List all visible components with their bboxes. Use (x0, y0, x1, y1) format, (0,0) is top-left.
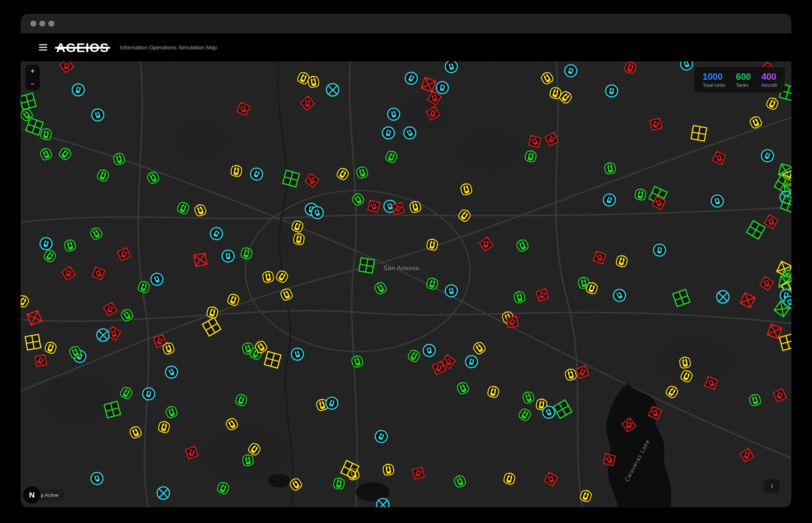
unit-marker-tank-unit[interactable] (21, 292, 32, 310)
zoom-out-button[interactable]: − (25, 77, 40, 90)
unit-marker-tank-unit[interactable] (273, 268, 291, 286)
unit-marker-aircraft-crossed[interactable] (155, 485, 171, 501)
unit-marker-aircraft-unit[interactable] (708, 191, 727, 210)
unit-marker-tank-unit[interactable] (501, 471, 518, 487)
unit-marker-tank-unit[interactable] (538, 69, 556, 88)
unit-marker-hostile-tank[interactable] (299, 95, 316, 112)
unit-marker-aircraft-unit[interactable] (288, 345, 306, 364)
unit-marker-hostile-tank[interactable] (423, 104, 442, 123)
unit-marker-hostile-tank[interactable] (477, 235, 496, 253)
unit-marker-aircraft-unit[interactable] (651, 241, 668, 259)
unit-marker-installation[interactable] (281, 168, 302, 189)
unit-marker-hostile-tank[interactable] (439, 352, 458, 371)
unit-marker-installation[interactable] (689, 123, 709, 143)
unit-marker-hostile-tank[interactable] (363, 195, 384, 217)
unit-marker-hostile-tank[interactable] (407, 463, 429, 484)
unit-marker-tank-unit[interactable] (144, 168, 162, 187)
info-button[interactable]: i (764, 479, 780, 493)
unit-marker-tank-unit[interactable] (215, 480, 232, 497)
unit-marker-tank-unit[interactable] (233, 392, 250, 409)
unit-marker-aircraft-crossed[interactable] (95, 327, 111, 343)
unit-marker-hostile-tank[interactable] (88, 263, 109, 284)
unit-marker-tank-unit[interactable] (331, 476, 347, 492)
unit-marker-aircraft-unit[interactable] (600, 191, 619, 210)
unit-marker-hostile-tank[interactable] (709, 148, 729, 168)
unit-marker-destroyed-unit[interactable] (737, 291, 757, 310)
active-badge[interactable]: N p Active (28, 489, 64, 501)
unit-marker-tank-unit[interactable] (407, 199, 424, 215)
unit-marker-hostile-tank[interactable] (59, 264, 78, 282)
unit-marker-hostile-tank[interactable] (701, 373, 722, 393)
unit-marker-hostile-tank[interactable] (619, 416, 638, 434)
unit-marker-hostile-tank[interactable] (542, 130, 562, 150)
unit-marker-tank-unit[interactable] (56, 144, 75, 163)
unit-marker-aircraft-unit[interactable] (161, 362, 182, 383)
unit-marker-tank-unit[interactable] (191, 202, 209, 219)
unit-marker-tank-unit[interactable] (278, 286, 296, 304)
unit-marker-aircraft-unit[interactable] (88, 105, 107, 124)
unit-marker-tank-unit[interactable] (306, 74, 321, 90)
menu-icon[interactable] (39, 44, 47, 51)
unit-marker-aircraft-unit[interactable] (677, 61, 697, 74)
window-control-dot[interactable] (39, 21, 45, 27)
unit-marker-installation[interactable] (200, 315, 224, 338)
unit-marker-tank-unit[interactable] (382, 148, 400, 166)
unit-marker-aircraft-unit[interactable] (401, 68, 422, 89)
unit-marker-aircraft-unit[interactable] (443, 282, 460, 299)
unit-marker-tank-unit[interactable] (62, 237, 78, 254)
unit-marker-tank-unit[interactable] (87, 224, 105, 243)
unit-marker-destroyed-unit[interactable] (25, 308, 44, 327)
unit-marker-hostile-tank[interactable] (58, 61, 76, 75)
unit-marker-hostile-tank[interactable] (541, 469, 560, 489)
unit-marker-aircraft-unit[interactable] (246, 164, 266, 184)
unit-marker-tank-unit[interactable] (577, 487, 594, 505)
unit-marker-tank-unit[interactable] (424, 237, 440, 253)
unit-marker-tank-unit[interactable] (622, 61, 639, 76)
unit-marker-aircraft-crossed[interactable] (375, 497, 391, 507)
unit-marker-tank-unit[interactable] (633, 187, 648, 203)
unit-marker-tank-unit[interactable] (613, 253, 630, 270)
unit-marker-tank-unit[interactable] (454, 379, 472, 397)
unit-marker-installation[interactable] (670, 287, 692, 309)
unit-marker-aircraft-unit[interactable] (69, 81, 88, 99)
unit-marker-hostile-tank[interactable] (233, 99, 254, 119)
unit-marker-tank-unit[interactable] (381, 462, 396, 478)
unit-marker-tank-unit[interactable] (458, 181, 474, 198)
map-canvas[interactable]: San Antonio Calaveras Lake + − 1000 Tota… (21, 61, 791, 507)
unit-marker-tank-unit[interactable] (511, 289, 527, 305)
unit-marker-tank-unit[interactable] (349, 353, 366, 370)
unit-marker-tank-unit[interactable] (424, 276, 440, 292)
unit-marker-tank-unit[interactable] (455, 206, 474, 225)
unit-marker-aircraft-unit[interactable] (609, 285, 630, 306)
unit-marker-hostile-tank[interactable] (114, 244, 134, 264)
unit-marker-tank-unit[interactable] (163, 404, 180, 421)
unit-marker-aircraft-unit[interactable] (379, 124, 397, 142)
unit-marker-tank-unit[interactable] (38, 127, 54, 142)
unit-marker-aircraft-unit[interactable] (400, 122, 420, 143)
unit-marker-tank-unit[interactable] (37, 145, 55, 163)
unit-marker-tank-unit[interactable] (513, 237, 531, 255)
unit-marker-aircraft-unit[interactable] (87, 469, 106, 488)
unit-marker-aircraft-unit[interactable] (385, 105, 402, 122)
unit-marker-aircraft-crossed[interactable] (715, 289, 731, 305)
unit-marker-tank-unit[interactable] (127, 423, 145, 441)
unit-marker-tank-unit[interactable] (663, 382, 681, 401)
unit-marker-tank-unit[interactable] (451, 472, 469, 490)
unit-marker-aircraft-unit[interactable] (442, 61, 461, 76)
unit-marker-hostile-tank[interactable] (599, 449, 620, 470)
unit-marker-tank-unit[interactable] (117, 384, 135, 402)
unit-marker-tank-unit[interactable] (354, 164, 371, 181)
unit-marker-hostile-tank[interactable] (532, 285, 553, 305)
unit-marker-tank-unit[interactable] (228, 163, 244, 179)
unit-marker-hostile-tank[interactable] (645, 403, 665, 423)
unit-marker-tank-unit[interactable] (287, 475, 305, 494)
unit-marker-aircraft-unit[interactable] (206, 223, 227, 244)
unit-marker-tank-unit[interactable] (240, 453, 256, 468)
unit-marker-aircraft-unit[interactable] (604, 83, 620, 99)
unit-marker-tank-unit[interactable] (94, 167, 112, 184)
unit-marker-aircraft-unit[interactable] (758, 146, 777, 165)
unit-marker-aircraft-unit[interactable] (140, 385, 157, 402)
unit-marker-tank-unit[interactable] (118, 306, 136, 325)
unit-marker-hostile-tank[interactable] (770, 385, 790, 405)
unit-marker-tank-unit[interactable] (334, 165, 352, 183)
